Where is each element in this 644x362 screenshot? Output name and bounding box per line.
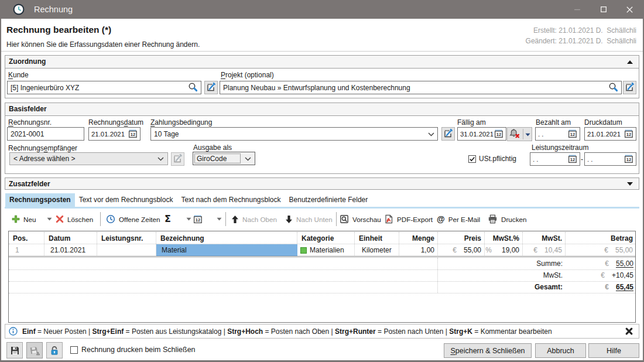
column-header-kat[interactable]: Kategorie: [297, 232, 355, 244]
collapse-down-icon[interactable]: [627, 182, 633, 186]
zahlungsbedingung-edit-button[interactable]: [441, 127, 455, 141]
speichern-schliessen-button[interactable]: Speichern & Schließen: [444, 343, 532, 358]
maximize-button[interactable]: [590, 0, 616, 19]
druckdatum-input[interactable]: 21.01.2021 12: [584, 127, 636, 141]
rechnungsdatum-input[interactable]: 21.01.2021 12: [88, 127, 141, 141]
column-header-lnr[interactable]: Leistungsnr.: [97, 232, 156, 244]
dropdown-arrow-icon[interactable]: [186, 217, 191, 221]
cell-text: 19,00: [502, 246, 519, 254]
cell-menge[interactable]: 1,00: [399, 244, 438, 256]
arrow-down-icon: [285, 215, 293, 224]
calendar-icon[interactable]: 12: [568, 154, 577, 165]
hint-key: Strg+Runter: [335, 327, 376, 336]
cell-mwst[interactable]: €10,45: [523, 244, 566, 256]
section-basisfelder-header[interactable]: Basisfelder: [5, 103, 639, 116]
calendar-icon[interactable]: 12: [624, 154, 633, 165]
projekt-edit-button[interactable]: [623, 81, 636, 94]
column-header-einheit[interactable]: Einheit: [355, 232, 399, 244]
section-zusatzfelder-header[interactable]: Zusatzfelder: [5, 178, 639, 189]
abbruch-button[interactable]: Abbruch: [535, 343, 586, 358]
toolbar-summen-button[interactable]: Σ: [165, 209, 191, 229]
zahlungsbedingung-combo[interactable]: 10 Tage: [150, 127, 438, 141]
hint-text: Einf = Neuer Posten | Strg+Einf = Posten…: [22, 327, 552, 336]
summary-value: €65,45: [566, 281, 636, 293]
ausgabe-als-combo[interactable]: GiroCode: [193, 152, 255, 165]
toolbar-offene-zeiten-button[interactable]: Offene Zeiten: [106, 209, 160, 229]
rechnungsempfaenger-edit-button[interactable]: [171, 152, 184, 166]
chevron-down-icon[interactable]: [157, 155, 164, 163]
tab-benutzerdefinierte-felder[interactable]: Benutzerdefinierte Felder: [285, 193, 372, 207]
bezahlt-am-input[interactable]: . . 12: [535, 127, 580, 141]
toolbar-loeschen-button[interactable]: Löschen: [56, 209, 93, 229]
toolbar-nach-unten-button[interactable]: Nach Unten: [285, 209, 333, 229]
leistungszeitraum-von-input[interactable]: . . 12: [530, 152, 580, 166]
toolbar-neu-button[interactable]: Neu: [12, 209, 52, 229]
calendar-icon[interactable]: 12: [568, 129, 577, 139]
dropdown-arrow-icon[interactable]: [525, 130, 530, 138]
print-on-close-checkrow[interactable]: Rechnung drucken beim Schließen: [70, 346, 196, 354]
dropdown-arrow-icon[interactable]: [47, 217, 52, 221]
positions-grid[interactable]: Pos.DatumLeistungsnr.BezeichnungKategori…: [8, 231, 636, 323]
ust-pflichtig-checkbox[interactable]: [468, 155, 476, 163]
lock-button[interactable]: [46, 342, 63, 358]
calendar-icon[interactable]: 12: [494, 129, 503, 139]
cell-preis[interactable]: €55,00: [438, 244, 485, 256]
cell-lnr[interactable]: [97, 244, 156, 256]
tab-rechnungsposten[interactable]: Rechnungsposten: [5, 193, 75, 207]
ust-pflichtig-checkrow[interactable]: USt.pflichtig: [468, 155, 516, 163]
column-header-betrag[interactable]: Betrag: [566, 232, 636, 244]
column-header-mwst[interactable]: MwSt.: [523, 232, 566, 244]
toolbar-separator: [225, 212, 226, 226]
calendar-icon[interactable]: 12: [624, 129, 633, 139]
column-header-menge[interactable]: Menge: [399, 232, 438, 244]
column-separator: [437, 258, 438, 293]
edit-note-icon: [206, 82, 216, 94]
close-button[interactable]: [616, 0, 643, 19]
section-zuordnung-header[interactable]: Zuordnung: [5, 56, 639, 69]
cell-datum[interactable]: 21.01.2021: [44, 244, 97, 256]
cell-kat[interactable]: Materialien: [297, 244, 355, 256]
ausgabe-als-value: GiroCode: [197, 155, 245, 163]
minimize-button[interactable]: [564, 0, 590, 19]
cell-pos[interactable]: 1: [9, 244, 44, 256]
kunde-edit-button[interactable]: [204, 81, 218, 94]
search-icon[interactable]: [608, 82, 618, 94]
close-icon: [626, 6, 633, 13]
faellig-am-input[interactable]: 31.01.2021 12: [457, 127, 506, 141]
dropdown-arrow-icon[interactable]: [217, 217, 222, 221]
chevron-down-icon[interactable]: [245, 155, 251, 163]
leistungszeitraum-bis-input[interactable]: . . 12: [584, 152, 636, 166]
tab-text-nach-dem-rechnungsblock[interactable]: Text nach dem Rechnungsblock: [177, 193, 285, 207]
toolbar-per-email-button[interactable]: @Per E-Mail: [437, 209, 480, 229]
tab-text-vor-dem-rechnungsblock[interactable]: Text vor dem Rechnungsblock: [75, 193, 177, 207]
toolbar-pdf-export-button[interactable]: PDF-Export: [384, 209, 433, 229]
chevron-down-icon[interactable]: [428, 130, 434, 138]
toolbar-datum-button[interactable]: 12: [193, 209, 222, 229]
column-header-mwstp[interactable]: MwSt.%: [485, 232, 523, 244]
save-button[interactable]: [6, 342, 23, 358]
calendar-icon[interactable]: 12: [128, 129, 138, 139]
reminder-split-button[interactable]: [507, 127, 532, 141]
rechnungsnr-input[interactable]: 2021-0001: [7, 127, 84, 141]
column-header-bez[interactable]: Bezeichnung: [156, 232, 297, 244]
hint-close-button[interactable]: [625, 327, 634, 336]
cell-betrag[interactable]: €55,00: [566, 244, 636, 256]
cell-mwstp[interactable]: %19,00: [485, 244, 523, 256]
toolbar-nach-oben-button[interactable]: Nach Oben: [231, 209, 277, 229]
kunde-input[interactable]: [5] Ingenieurbüro XYZ: [7, 81, 201, 94]
toolbar-drucken-button[interactable]: Drucken: [488, 209, 527, 229]
print-on-close-checkbox[interactable]: [70, 346, 78, 354]
rechnungsnr-label: Rechnungsnr.: [8, 118, 52, 127]
rechnungsempfaenger-combo[interactable]: < Adresse wählen >: [9, 152, 168, 165]
column-header-datum[interactable]: Datum: [44, 232, 97, 244]
hilfe-button[interactable]: Hilfe: [588, 343, 639, 358]
cell-einheit[interactable]: Kilometer: [355, 244, 399, 256]
save-template-button[interactable]: [26, 342, 43, 358]
projekt-input[interactable]: Planung Neubau » Entwurfsplanung und Kos…: [220, 81, 622, 94]
collapse-up-icon[interactable]: [627, 60, 633, 64]
cell-bez[interactable]: Material: [156, 244, 297, 256]
column-header-pos[interactable]: Pos.: [9, 232, 44, 244]
toolbar-vorschau-button[interactable]: Vorschau: [340, 209, 381, 229]
column-header-preis[interactable]: Preis: [438, 232, 485, 244]
search-icon[interactable]: [188, 82, 198, 94]
